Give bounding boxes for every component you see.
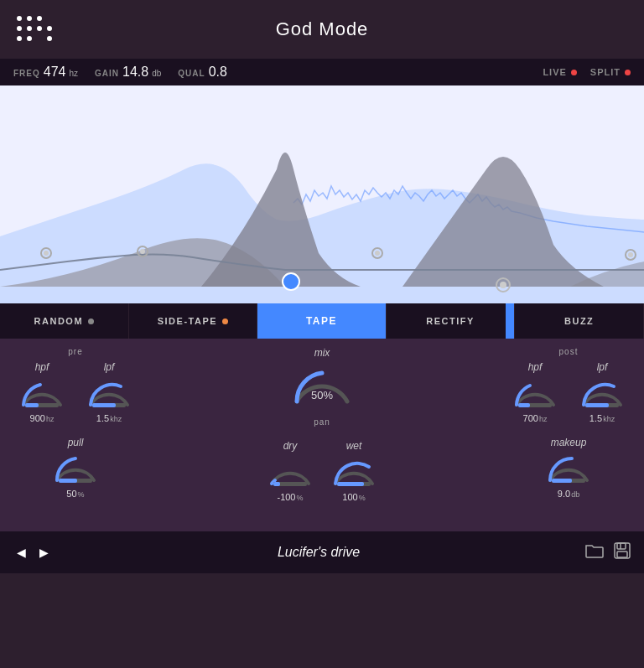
tab-sidetape[interactable]: SIDE-TAPE — [129, 303, 258, 339]
eq-svg — [0, 85, 644, 303]
qual-label: QUAL — [178, 69, 205, 78]
tab-random[interactable]: RANDOM — [0, 303, 129, 339]
dry-knob[interactable] — [265, 457, 315, 489]
pull-group[interactable]: pull 50 % — [50, 437, 101, 499]
svg-rect-24 — [518, 403, 530, 407]
makeup-unit: db — [571, 490, 579, 499]
tab-rectify[interactable]: RECTIFY — [387, 303, 516, 339]
pre-hpf-knob[interactable] — [17, 378, 67, 410]
svg-rect-31 — [617, 551, 627, 557]
post-hpf-unit: hz — [539, 415, 548, 423]
logo-dot — [17, 16, 22, 21]
pull-knob[interactable] — [50, 453, 101, 485]
wet-unit: % — [359, 494, 366, 502]
footer-nav: ◀ ▶ — [13, 542, 52, 562]
svg-point-9 — [375, 251, 380, 256]
tab-random-label: RANDOM — [34, 316, 84, 326]
prev-button[interactable]: ◀ — [13, 542, 29, 562]
mix-label: mix — [314, 347, 330, 359]
qual-group: QUAL 0.8 — [178, 65, 227, 80]
logo-dot — [37, 16, 42, 21]
freq-unit: hz — [69, 69, 78, 78]
pull-unit: % — [78, 490, 85, 499]
live-status[interactable]: LIVE — [543, 67, 576, 77]
dry-label: dry — [283, 440, 298, 452]
logo-dot — [37, 36, 42, 41]
logo-dot — [27, 36, 32, 41]
svg-rect-28 — [552, 479, 572, 483]
wet-label: wet — [346, 440, 362, 452]
next-button[interactable]: ▶ — [36, 542, 52, 562]
post-hpf-label: hpf — [528, 361, 543, 373]
svg-text:50%: 50% — [311, 389, 333, 401]
svg-point-4 — [140, 249, 145, 254]
tab-buzz-label: BUZZ — [564, 316, 594, 326]
split-dot — [625, 70, 631, 75]
pre-hpf-value: 900 — [30, 413, 45, 423]
post-lpf-label: lpf — [597, 361, 608, 373]
eq-display[interactable] — [0, 85, 644, 303]
footer-icons — [585, 542, 631, 563]
post-lpf-knob[interactable] — [577, 378, 627, 410]
makeup-knob[interactable] — [543, 453, 594, 485]
freq-group: FREQ 474 hz — [13, 65, 78, 80]
tab-tape-label: TAPE — [306, 315, 337, 327]
rectify-indicator — [506, 303, 514, 339]
post-knob-row: hpf 700 hz lpf — [510, 361, 627, 423]
svg-point-11 — [628, 252, 633, 257]
app-title: God Mode — [276, 18, 369, 40]
random-dot — [88, 318, 94, 324]
post-hpf-knob[interactable] — [510, 378, 560, 410]
sidetape-dot — [222, 318, 228, 324]
pan-label: pan — [314, 417, 330, 427]
logo-dot — [47, 16, 52, 21]
post-section: post hpf 700 hz — [510, 347, 627, 499]
pre-lpf-label: lpf — [104, 361, 115, 373]
dry-unit: % — [297, 494, 304, 502]
split-status[interactable]: SPLIT — [590, 67, 631, 77]
preset-name: Lucifer's drive — [52, 545, 585, 560]
post-lpf-unit: khz — [603, 415, 615, 423]
svg-rect-22 — [337, 482, 364, 486]
svg-point-5 — [283, 273, 299, 290]
folder-icon[interactable] — [585, 543, 604, 562]
post-lpf-value: 1.5 — [589, 413, 602, 423]
logo-dot — [37, 26, 42, 31]
pre-hpf-label: hpf — [35, 361, 49, 373]
wet-group[interactable]: wet 100 % — [329, 440, 379, 502]
logo — [17, 16, 54, 43]
pull-label: pull — [68, 437, 84, 448]
logo-dot — [47, 26, 52, 31]
makeup-value: 9.0 — [558, 489, 570, 499]
mix-group[interactable]: mix 50% — [288, 347, 356, 407]
makeup-label: makeup — [551, 437, 587, 448]
svg-rect-15 — [92, 403, 116, 407]
dry-group[interactable]: dry -100 % — [265, 440, 315, 502]
tab-sidetape-label: SIDE-TAPE — [158, 316, 217, 326]
svg-point-2 — [44, 251, 49, 256]
dry-value: -100 — [277, 492, 295, 502]
svg-rect-13 — [25, 403, 39, 407]
post-hpf-group[interactable]: hpf 700 hz — [510, 361, 560, 423]
pull-value: 50 — [66, 489, 76, 499]
pre-hpf-group[interactable]: hpf 900 hz — [17, 361, 67, 423]
params-right: LIVE SPLIT — [543, 67, 631, 77]
pre-lpf-knob[interactable] — [84, 378, 134, 410]
pre-label: pre — [68, 347, 82, 356]
controls-area: pre hpf 900 hz — [0, 339, 644, 531]
pre-lpf-unit: khz — [110, 415, 122, 423]
qual-value: 0.8 — [209, 65, 227, 80]
logo-dot — [17, 26, 22, 31]
wet-knob[interactable] — [329, 457, 379, 489]
save-icon[interactable] — [614, 542, 631, 563]
mix-knob[interactable]: 50% — [288, 364, 356, 407]
tab-buzz[interactable]: BUZZ — [515, 303, 644, 339]
post-lpf-group[interactable]: lpf 1.5 khz — [577, 361, 627, 423]
split-label: SPLIT — [590, 67, 621, 77]
svg-rect-20 — [273, 482, 280, 486]
freq-label: FREQ — [13, 69, 40, 78]
pre-hpf-unit: hz — [46, 415, 55, 423]
pre-lpf-group[interactable]: lpf 1.5 khz — [84, 361, 134, 423]
makeup-group[interactable]: makeup 9.0 db — [543, 437, 594, 499]
tab-tape[interactable]: TAPE — [257, 303, 387, 339]
